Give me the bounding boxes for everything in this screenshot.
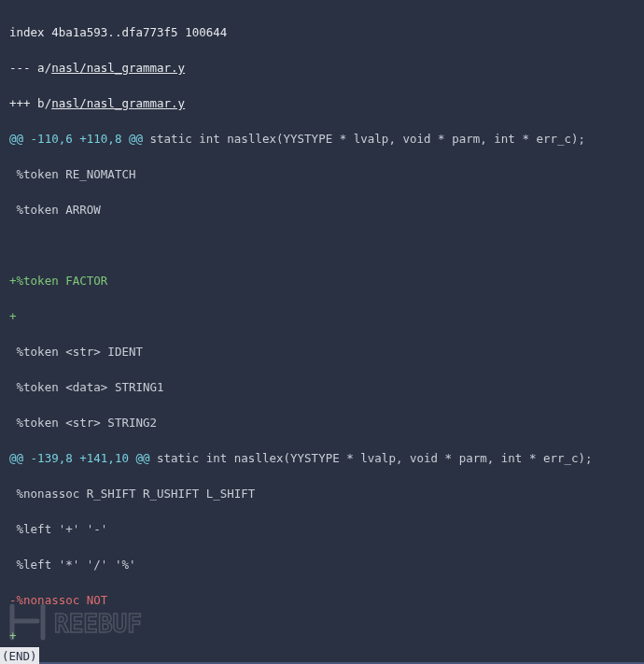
file-path-old: nasl/nasl_grammar.y [51,61,185,75]
diff-added-line: + [9,307,644,325]
diff-blank-line [9,236,644,254]
hunk1-header: @@ -110,6 +110,8 @@ static int nasllex(Y… [9,130,644,148]
diff-context-line: %token <str> STRING2 [9,414,644,431]
hunk2-header: @@ -139,8 +141,10 @@ static int nasllex(… [9,449,644,467]
diff-context-line: %token RE_NOMATCH [9,165,644,183]
diff-added-line: +%token FACTOR [9,272,644,290]
diff-context-line: %left '*' '/' '%' [9,556,644,573]
pager-end-indicator: (END) [0,647,39,665]
diff-output: index 4ba1a593..dfa773f5 100644 --- a/na… [0,0,644,664]
diff-context-line: %left '+' '-' [9,520,644,538]
file-old-line: --- a/nasl/nasl_grammar.y [9,59,644,77]
file-path-new: nasl/nasl_grammar.y [51,96,185,110]
pager-status-bar[interactable]: (END) [0,647,644,664]
diff-context-line: %token <data> STRING1 [9,378,644,396]
diff-removed-line: -%nonassoc NOT [9,591,644,609]
diff-context-line: %nonassoc R_SHIFT R_USHIFT L_SHIFT [9,485,644,502]
diff-context-line: %token ARROW [9,201,644,219]
file-new-line: +++ b/nasl/nasl_grammar.y [9,94,644,112]
index-line: index 4ba1a593..dfa773f5 100644 [9,23,644,41]
diff-context-line: %token <str> IDENT [9,343,644,360]
diff-added-line: + [9,627,644,644]
